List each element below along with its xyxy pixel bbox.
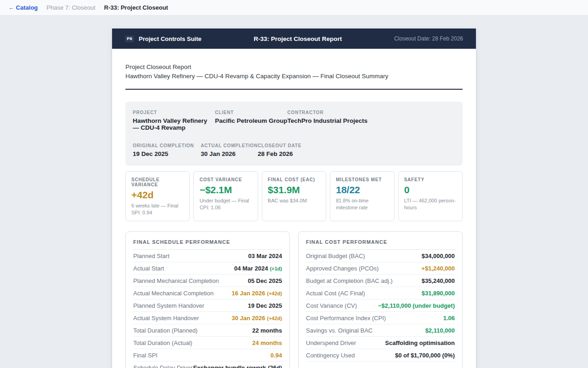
kpi-card: MILESTONES MET 18/22 81.8% on-time miles… xyxy=(330,171,394,221)
performance-tables: FINAL SCHEDULE PERFORMANCE Planned Start… xyxy=(125,231,463,368)
table-row: Budget at Completion (BAC adj.) $35,240,… xyxy=(306,275,455,287)
row-value: $35,240,000 xyxy=(422,277,455,284)
info-field: CLOSEOUT DATE 28 Feb 2026 xyxy=(258,143,301,157)
row-label: Final SPI xyxy=(133,352,158,359)
kpi-value: 0 xyxy=(404,184,457,196)
kpi-subtext: BAC was $34.0M xyxy=(268,197,320,204)
table-row: Underspend Driver Scaffolding optimisati… xyxy=(306,337,455,349)
info-row-2: ORIGINAL COMPLETION 19 Dec 2025 ACTUAL C… xyxy=(133,143,455,157)
info-field-label: PROJECT xyxy=(133,110,215,115)
row-label: Planned Mechanical Completion xyxy=(133,277,219,284)
table-row: Planned System Handover 19 Dec 2025 xyxy=(133,299,282,312)
kpi-label: FINAL COST (EAC) xyxy=(268,177,320,182)
row-value: 05 Dec 2025 xyxy=(248,277,282,284)
heading-line1: Project Closeout Report xyxy=(125,63,463,72)
table-row: Schedule Delay Driver Exchanger bundle r… xyxy=(133,362,282,368)
schedule-performance-card: FINAL SCHEDULE PERFORMANCE Planned Start… xyxy=(125,231,290,368)
schedule-table-rows: Planned Start 03 Mar 2024 Actual Start 0… xyxy=(133,250,282,368)
info-field-label: CLOSEOUT DATE xyxy=(258,143,301,148)
row-value: 30 Jan 2026 xyxy=(232,315,265,322)
table-row: Total Duration (Actual) 24 months xyxy=(133,337,282,349)
row-value: 16 Jan 2026 xyxy=(232,290,265,297)
kpi-label: COST VARIANCE xyxy=(199,177,252,182)
heading-line2: Hawthorn Valley Refinery — CDU-4 Revamp … xyxy=(125,72,463,81)
row-label: Budget at Completion (BAC adj.) xyxy=(306,277,393,284)
kpi-card: SAFETY 0 LTI — 462,000 person-hours xyxy=(398,171,463,221)
row-value: $34,000,000 xyxy=(422,253,455,259)
row-label: Contingency Used xyxy=(306,352,355,359)
app-name: Project Controls Suite xyxy=(139,35,202,42)
info-field-value: 30 Jan 2026 xyxy=(201,150,258,157)
report-title: R-33: Project Closeout Report xyxy=(254,35,342,42)
row-label: Actual Start xyxy=(133,265,164,272)
row-label: Approved Changes (PCOs) xyxy=(306,265,379,272)
row-label: Savings vs. Original BAC xyxy=(306,327,373,334)
schedule-table-title: FINAL SCHEDULE PERFORMANCE xyxy=(133,239,282,250)
back-to-catalog-link[interactable]: ← Catalog xyxy=(8,4,38,11)
report-body: Project Closeout Report Hawthorn Valley … xyxy=(112,49,476,368)
info-field-value: TechPro Industrial Projects xyxy=(288,117,368,124)
info-row-1: PROJECT Hawthorn Valley Refinery — CDU-4… xyxy=(133,110,455,131)
info-field-value: Pacific Petroleum Group xyxy=(215,117,288,124)
row-label: Original Budget (BAC) xyxy=(306,253,365,259)
row-label: Underspend Driver xyxy=(306,339,356,346)
row-label: Cost Variance (CV) xyxy=(306,302,357,309)
breadcrumb-bar: ← Catalog Phase 7: Closeout R-33: Projec… xyxy=(0,0,588,16)
kpi-subtext: LTI — 462,000 person-hours xyxy=(404,197,457,211)
row-value: 0.94 xyxy=(271,352,282,359)
info-field-label: CONTRACTOR xyxy=(288,110,368,115)
row-variance-suffix: (+1d) xyxy=(270,266,282,271)
breadcrumb-phase[interactable]: Phase 7: Closeout xyxy=(46,4,95,11)
table-row: Cost Performance Index (CPI) 1.06 xyxy=(306,312,455,324)
info-field: PROJECT Hawthorn Valley Refinery — CDU-4… xyxy=(133,110,215,131)
kpi-value: $31.9M xyxy=(268,184,320,196)
cost-table-title: FINAL COST PERFORMANCE xyxy=(306,239,455,250)
row-label: Total Duration (Planned) xyxy=(133,327,198,334)
document-heading: Project Closeout Report Hawthorn Valley … xyxy=(125,63,463,81)
row-value: $31,890,000 xyxy=(422,290,455,297)
kpi-card: FINAL COST (EAC) $31.9M BAC was $34.0M xyxy=(262,171,326,221)
info-field: ORIGINAL COMPLETION 19 Dec 2025 xyxy=(133,143,201,157)
kpi-value: 18/22 xyxy=(336,184,388,196)
row-value: −$2,110,000 (under budget) xyxy=(378,302,455,309)
info-field: CONTRACTOR TechPro Industrial Projects xyxy=(288,110,368,131)
kpi-label: MILESTONES MET xyxy=(336,177,388,182)
table-row: Actual Mechanical Completion 16 Jan 2026… xyxy=(133,287,282,299)
row-label: Total Duration (Actual) xyxy=(133,339,192,346)
table-row: Savings vs. Original BAC $2,110,000 xyxy=(306,324,455,337)
cost-table-rows: Original Budget (BAC) $34,000,000 Approv… xyxy=(306,250,455,362)
kpi-subtext: 81.8% on-time milestone rate xyxy=(336,197,388,211)
info-field-value: 28 Feb 2026 xyxy=(258,150,301,157)
kpi-subtext: 6 weeks late — Final SPI: 0.94 xyxy=(131,202,184,216)
table-row: Planned Start 03 Mar 2024 xyxy=(133,250,282,262)
heading-divider xyxy=(125,89,463,90)
kpi-card: SCHEDULE VARIANCE +42d 6 weeks late — Fi… xyxy=(125,171,190,221)
row-value: 24 months xyxy=(252,339,282,346)
row-value: Scaffolding optimisation xyxy=(385,339,455,346)
info-field-value: 19 Dec 2025 xyxy=(133,150,201,157)
table-row: Final SPI 0.94 xyxy=(133,349,282,362)
row-value: Exchanger bundle rework (26d) xyxy=(193,364,282,368)
row-value: +$1,240,000 xyxy=(421,265,455,272)
row-label: Schedule Delay Driver xyxy=(133,364,192,368)
row-value: $2,110,000 xyxy=(425,327,455,334)
row-label: Actual Mechanical Completion xyxy=(133,290,214,297)
kpi-subtext: Under budget — Final CPI: 1.06 xyxy=(199,197,252,211)
row-value: 1.06 xyxy=(443,315,455,322)
row-label: Planned Start xyxy=(133,253,170,259)
row-value: 04 Mar 2024 xyxy=(234,265,268,272)
row-value: 03 Mar 2024 xyxy=(248,253,282,259)
project-info-box: PROJECT Hawthorn Valley Refinery — CDU-4… xyxy=(125,102,463,166)
table-row: Planned Mechanical Completion 05 Dec 202… xyxy=(133,275,282,287)
row-label: Actual System Handover xyxy=(133,315,199,322)
header-closeout-date: Closeout Date: 28 Feb 2026 xyxy=(394,35,463,42)
row-variance-suffix: (+42d) xyxy=(267,291,282,296)
info-field: ACTUAL COMPLETION 30 Jan 2026 xyxy=(201,143,258,157)
row-label: Actual Cost (AC Final) xyxy=(306,290,365,297)
info-field: CLIENT Pacific Petroleum Group xyxy=(215,110,288,131)
row-value: 22 months xyxy=(252,327,282,334)
table-row: Actual System Handover 30 Jan 2026(+42d) xyxy=(133,312,282,324)
p6-logo: P6 xyxy=(125,35,134,42)
row-value: 19 Dec 2025 xyxy=(248,302,282,309)
breadcrumb-current: R-33: Project Closeout xyxy=(104,4,168,11)
